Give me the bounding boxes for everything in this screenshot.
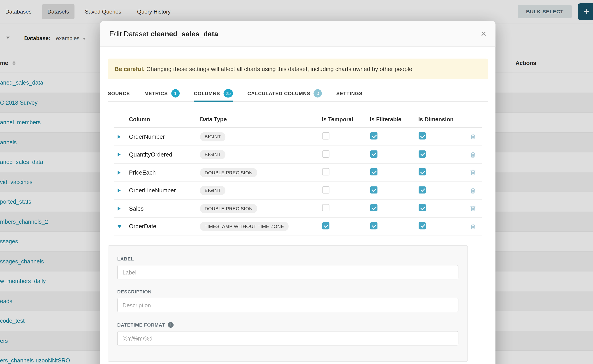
edit-dataset-modal: Edit Datasetcleaned_sales_data × Be care… xyxy=(100,21,495,364)
tab-metrics-label: METRICS xyxy=(145,91,168,96)
label-field-label-text: LABEL xyxy=(117,256,134,262)
expand-caret-icon[interactable] xyxy=(118,171,120,175)
tab-source[interactable]: SOURCE xyxy=(108,85,130,101)
is-dimension-checkbox[interactable] xyxy=(419,186,426,193)
is-filterable-checkbox[interactable] xyxy=(370,222,377,229)
label-field-label: LABEL xyxy=(117,256,459,262)
delete-column-button[interactable] xyxy=(470,187,482,194)
column-row: OrderNumber BIGINT xyxy=(114,128,482,146)
trash-icon xyxy=(470,205,476,212)
columns-table-header: Column Data Type Is Temporal Is Filterab… xyxy=(114,111,482,128)
tab-calculated-columns[interactable]: CALCULATED COLUMNS 0 xyxy=(247,85,322,101)
column-editor-panel: LABEL DESCRIPTION DATETIME FORMAT i xyxy=(108,245,468,362)
column-name: QuantityOrdered xyxy=(129,151,200,158)
column-name: OrderNumber xyxy=(129,133,200,140)
header-is-filterable: Is Filterable xyxy=(370,116,418,123)
delete-column-button[interactable] xyxy=(470,205,482,212)
warning-text: Changing these settings will affect all … xyxy=(146,66,414,72)
description-field-group: DESCRIPTION xyxy=(117,289,459,312)
is-dimension-checkbox[interactable] xyxy=(419,222,426,229)
modal-title-prefix: Edit Dataset xyxy=(109,30,148,38)
delete-column-button[interactable] xyxy=(470,151,482,158)
tab-columns[interactable]: COLUMNS 25 xyxy=(194,85,233,101)
column-name: OrderLineNumber xyxy=(129,187,200,194)
is-dimension-checkbox[interactable] xyxy=(419,150,426,157)
label-input[interactable] xyxy=(117,265,459,280)
expand-caret-icon[interactable] xyxy=(118,153,120,156)
data-type-badge: BIGINT xyxy=(200,132,225,141)
modal-title-dataset-name: cleaned_sales_data xyxy=(151,30,218,38)
screen: Databases Datasets Saved Queries Query H… xyxy=(0,0,593,364)
is-filterable-checkbox[interactable] xyxy=(370,168,377,176)
is-dimension-checkbox[interactable] xyxy=(419,132,426,140)
tab-settings-label: SETTINGS xyxy=(336,91,362,96)
is-filterable-checkbox[interactable] xyxy=(370,150,377,157)
collapse-caret-icon[interactable] xyxy=(118,225,121,228)
header-is-temporal: Is Temporal xyxy=(322,116,370,123)
header-column: Column xyxy=(129,116,200,123)
info-icon[interactable]: i xyxy=(168,322,174,328)
tab-settings[interactable]: SETTINGS xyxy=(336,85,362,101)
is-temporal-checkbox[interactable] xyxy=(322,186,329,193)
header-is-dimension: Is Dimension xyxy=(418,116,470,123)
modal-header: Edit Datasetcleaned_sales_data × xyxy=(100,21,495,47)
column-name: OrderDate xyxy=(129,223,200,230)
is-filterable-checkbox[interactable] xyxy=(370,204,377,211)
columns-table: Column Data Type Is Temporal Is Filterab… xyxy=(114,111,482,235)
data-type-badge: BIGINT xyxy=(200,150,225,159)
column-row: OrderLineNumber BIGINT xyxy=(114,182,482,200)
expand-caret-icon[interactable] xyxy=(118,188,120,192)
data-type-badge: DOUBLE PRECISION xyxy=(200,168,257,177)
datetime-format-field-group: DATETIME FORMAT i xyxy=(117,322,459,345)
label-field-group: LABEL xyxy=(117,256,459,280)
is-filterable-checkbox[interactable] xyxy=(370,132,377,140)
warning-bold-text: Be careful. xyxy=(115,66,145,72)
data-type-badge: DOUBLE PRECISION xyxy=(200,204,257,213)
expand-caret-icon[interactable] xyxy=(118,135,120,138)
close-icon[interactable]: × xyxy=(481,29,486,39)
trash-icon xyxy=(470,151,476,158)
is-temporal-checkbox[interactable] xyxy=(322,204,329,211)
tab-metrics[interactable]: METRICS 1 xyxy=(145,85,180,101)
modal-tabs: SOURCE METRICS 1 COLUMNS 25 CALCULATED C… xyxy=(108,85,488,102)
datetime-format-input[interactable] xyxy=(117,331,459,346)
data-type-badge: TIMESTAMP WITHOUT TIME ZONE xyxy=(200,222,289,231)
column-row: QuantityOrdered BIGINT xyxy=(114,146,482,164)
modal-body: Be careful.Changing these settings will … xyxy=(100,59,495,362)
delete-column-button[interactable] xyxy=(470,134,482,140)
tab-calculated-columns-label: CALCULATED COLUMNS xyxy=(247,91,310,96)
modal-title: Edit Datasetcleaned_sales_data xyxy=(109,30,218,38)
delete-column-button[interactable] xyxy=(470,223,482,230)
column-row: PriceEach DOUBLE PRECISION xyxy=(114,164,482,182)
column-row: Sales DOUBLE PRECISION xyxy=(114,200,482,218)
description-input[interactable] xyxy=(117,298,459,312)
description-field-label-text: DESCRIPTION xyxy=(117,289,152,294)
is-temporal-checkbox[interactable] xyxy=(322,222,329,229)
data-type-badge: BIGINT xyxy=(200,186,225,195)
warning-banner: Be careful.Changing these settings will … xyxy=(108,59,488,80)
datetime-format-field-label: DATETIME FORMAT i xyxy=(117,322,459,328)
trash-icon xyxy=(470,134,476,140)
is-temporal-checkbox[interactable] xyxy=(322,150,329,157)
header-data-type: Data Type xyxy=(200,116,322,123)
trash-icon xyxy=(470,187,476,194)
columns-count-badge: 25 xyxy=(223,89,233,98)
description-field-label: DESCRIPTION xyxy=(117,289,459,294)
expand-caret-icon[interactable] xyxy=(118,207,120,210)
is-filterable-checkbox[interactable] xyxy=(370,186,377,193)
metrics-count-badge: 1 xyxy=(171,89,180,98)
column-name: Sales xyxy=(129,205,200,212)
column-row-expanded: OrderDate TIMESTAMP WITHOUT TIME ZONE xyxy=(114,218,482,236)
column-name: PriceEach xyxy=(129,169,200,176)
trash-icon xyxy=(470,169,476,176)
is-dimension-checkbox[interactable] xyxy=(419,168,426,176)
datetime-format-label-text: DATETIME FORMAT xyxy=(117,322,165,327)
tab-source-label: SOURCE xyxy=(108,91,130,96)
tab-columns-label: COLUMNS xyxy=(194,91,220,96)
is-temporal-checkbox[interactable] xyxy=(322,132,329,140)
is-dimension-checkbox[interactable] xyxy=(419,204,426,211)
is-temporal-checkbox[interactable] xyxy=(322,168,329,176)
trash-icon xyxy=(470,223,476,230)
delete-column-button[interactable] xyxy=(470,169,482,176)
calculated-columns-count-badge: 0 xyxy=(314,89,322,98)
